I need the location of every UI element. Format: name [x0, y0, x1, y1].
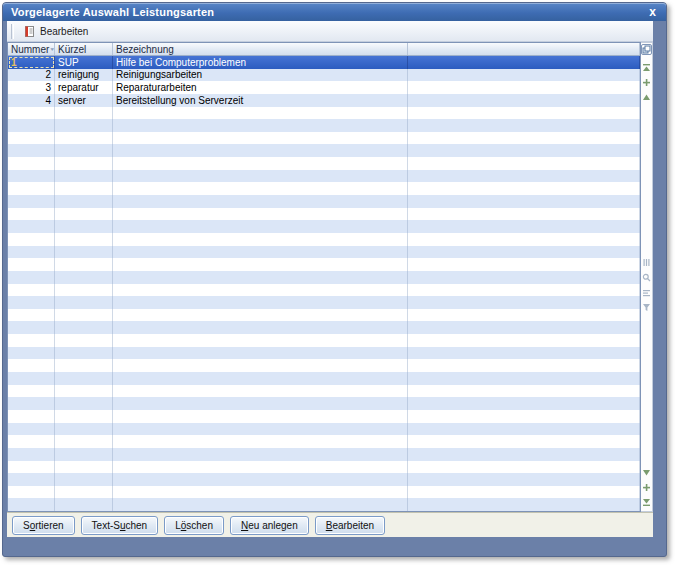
cell-nummer[interactable] — [8, 119, 55, 132]
cell-kuerzel[interactable]: SUP — [55, 56, 113, 69]
table-row[interactable] — [8, 334, 640, 347]
table-row[interactable] — [8, 233, 640, 246]
cell-bezeichnung[interactable] — [113, 486, 408, 499]
cell-kuerzel[interactable] — [55, 132, 113, 145]
table-row[interactable] — [8, 195, 640, 208]
cell-bezeichnung[interactable]: Reparaturarbeiten — [113, 81, 408, 94]
cell-blank[interactable] — [408, 132, 640, 145]
cell-bezeichnung[interactable] — [113, 195, 408, 208]
scroll-bottom-icon[interactable] — [642, 498, 651, 507]
cell-blank[interactable] — [408, 410, 640, 423]
cell-bezeichnung[interactable] — [113, 359, 408, 372]
columns-icon[interactable] — [642, 258, 651, 267]
cell-kuerzel[interactable]: reparatur — [55, 81, 113, 94]
cell-nummer[interactable] — [8, 410, 55, 423]
cell-nummer[interactable] — [8, 397, 55, 410]
cell-bezeichnung[interactable] — [113, 233, 408, 246]
cell-blank[interactable] — [408, 284, 640, 297]
table-row[interactable] — [8, 170, 640, 183]
cell-kuerzel[interactable] — [55, 271, 113, 284]
cell-nummer[interactable]: 4 — [8, 94, 55, 107]
cell-nummer[interactable] — [8, 372, 55, 385]
table-row[interactable] — [8, 258, 640, 271]
table-row[interactable]: 4serverBereitstellung von Serverzeit — [8, 94, 640, 107]
cell-nummer[interactable] — [8, 208, 55, 221]
table-row[interactable] — [8, 473, 640, 486]
cell-blank[interactable] — [408, 246, 640, 259]
cell-kuerzel[interactable] — [55, 334, 113, 347]
cell-nummer[interactable] — [8, 385, 55, 398]
column-header-bezeichnung[interactable]: Bezeichnung — [113, 43, 408, 55]
cell-kuerzel[interactable] — [55, 119, 113, 132]
cell-bezeichnung[interactable] — [113, 157, 408, 170]
cell-blank[interactable] — [408, 486, 640, 499]
cell-kuerzel[interactable] — [55, 385, 113, 398]
cell-kuerzel[interactable] — [55, 182, 113, 195]
cell-blank[interactable] — [408, 170, 640, 183]
cell-nummer[interactable] — [8, 486, 55, 499]
cell-bezeichnung[interactable] — [113, 334, 408, 347]
cell-kuerzel[interactable] — [55, 246, 113, 259]
cell-blank[interactable] — [408, 56, 640, 69]
cell-bezeichnung[interactable] — [113, 461, 408, 474]
cell-bezeichnung[interactable] — [113, 309, 408, 322]
cell-bezeichnung[interactable] — [113, 107, 408, 120]
cell-blank[interactable] — [408, 359, 640, 372]
cell-bezeichnung[interactable] — [113, 385, 408, 398]
cell-nummer[interactable] — [8, 132, 55, 145]
cell-kuerzel[interactable] — [55, 144, 113, 157]
cell-nummer[interactable] — [8, 246, 55, 259]
cell-nummer[interactable] — [8, 296, 55, 309]
cell-blank[interactable] — [408, 448, 640, 461]
cell-kuerzel[interactable] — [55, 309, 113, 322]
cell-blank[interactable] — [408, 94, 640, 107]
search-icon[interactable] — [642, 273, 651, 282]
cell-kuerzel[interactable] — [55, 170, 113, 183]
table-row[interactable] — [8, 410, 640, 423]
cell-kuerzel[interactable] — [55, 195, 113, 208]
cell-blank[interactable] — [408, 195, 640, 208]
column-header-kuerzel[interactable]: Kürzel — [55, 43, 113, 55]
cell-blank[interactable] — [408, 69, 640, 82]
table-row[interactable] — [8, 208, 640, 221]
cell-nummer[interactable] — [8, 233, 55, 246]
close-button[interactable]: x — [645, 5, 660, 19]
table-row[interactable] — [8, 220, 640, 233]
cell-nummer[interactable] — [8, 157, 55, 170]
table-row[interactable] — [8, 321, 640, 334]
cell-kuerzel[interactable] — [55, 157, 113, 170]
cell-kuerzel[interactable] — [55, 473, 113, 486]
cell-blank[interactable] — [408, 309, 640, 322]
cell-nummer[interactable] — [8, 498, 55, 511]
cell-bezeichnung[interactable] — [113, 296, 408, 309]
cell-blank[interactable] — [408, 208, 640, 221]
cell-bezeichnung[interactable] — [113, 410, 408, 423]
cell-bezeichnung[interactable] — [113, 372, 408, 385]
cell-bezeichnung[interactable] — [113, 347, 408, 360]
row-insert-icon[interactable] — [642, 78, 651, 87]
cell-nummer[interactable]: 3 — [8, 81, 55, 94]
cell-kuerzel[interactable]: server — [55, 94, 113, 107]
cell-blank[interactable] — [408, 157, 640, 170]
table-row[interactable]: 1SUPHilfe bei Computerproblemen — [8, 56, 640, 69]
cell-nummer[interactable]: 2 — [8, 69, 55, 82]
cell-nummer[interactable] — [8, 461, 55, 474]
cell-nummer[interactable] — [8, 144, 55, 157]
cell-nummer[interactable] — [8, 220, 55, 233]
cell-blank[interactable] — [408, 334, 640, 347]
cell-bezeichnung[interactable] — [113, 271, 408, 284]
cell-nummer[interactable] — [8, 423, 55, 436]
cell-nummer[interactable] — [8, 347, 55, 360]
cell-kuerzel[interactable] — [55, 498, 113, 511]
bearbeiten-button[interactable]: Bearbeiten — [315, 516, 385, 535]
toolbar-gripper[interactable] — [11, 24, 14, 39]
cell-bezeichnung[interactable] — [113, 220, 408, 233]
cell-nummer[interactable] — [8, 321, 55, 334]
cell-blank[interactable] — [408, 258, 640, 271]
cell-kuerzel[interactable] — [55, 448, 113, 461]
table-row[interactable] — [8, 296, 640, 309]
cell-bezeichnung[interactable] — [113, 182, 408, 195]
cell-bezeichnung[interactable]: Reinigungsarbeiten — [113, 69, 408, 82]
table-row[interactable] — [8, 271, 640, 284]
cell-bezeichnung[interactable] — [113, 144, 408, 157]
